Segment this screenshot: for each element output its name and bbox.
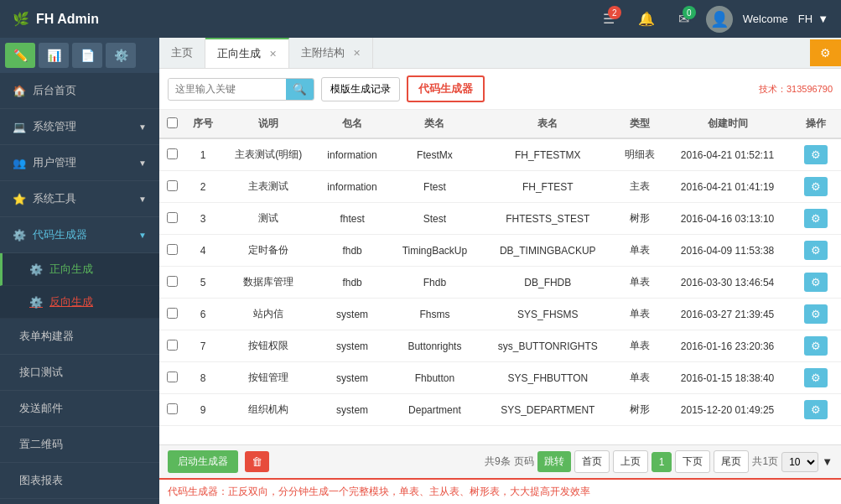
tab-forward-gen[interactable]: 正向生成 ✕ [205, 38, 289, 68]
row-settings-btn[interactable]: ⚙ [804, 177, 828, 196]
tab-close-icon[interactable]: ✕ [269, 49, 277, 60]
row-settings-btn[interactable]: ⚙ [804, 336, 828, 356]
tab-label: 主页 [171, 45, 193, 60]
select-all-checkbox[interactable] [167, 117, 178, 128]
sidebar-tool-page[interactable]: 📄 [72, 43, 102, 68]
row-settings-btn[interactable]: ⚙ [804, 400, 828, 419]
sidebar-item-map[interactable]: 地图工具 [0, 499, 159, 504]
row-checkbox[interactable] [167, 308, 178, 319]
cell-pkg: fhdb [315, 267, 388, 299]
row-checkbox[interactable] [167, 212, 178, 223]
row-checkbox[interactable] [167, 340, 178, 351]
cell-desc: 主表测试 [221, 171, 315, 203]
messages-badge: 2 [608, 6, 621, 19]
avatar[interactable]: 👤 [706, 6, 733, 33]
sidebar-item-formbuilder[interactable]: 表单构建器 [0, 319, 159, 355]
sidebar-item-apitest[interactable]: 接口测试 [0, 355, 159, 391]
cell-pkg: fhdb [315, 235, 388, 267]
cell-created: 2016-04-09 11:53:38 [664, 235, 791, 267]
cell-created: 2015-12-20 01:49:25 [664, 394, 791, 426]
cell-type: 单表 [615, 330, 664, 362]
home-icon: 🏠 [13, 85, 26, 97]
sidebar-item-codegen[interactable]: ⚙️ 代码生成器 ▼ [0, 217, 159, 253]
tabs-bar: 主页 正向生成 ✕ 主附结构 ✕ ⚙ [159, 38, 841, 69]
tab-label: 主附结构 [301, 45, 345, 60]
tab-settings-btn[interactable]: ⚙ [810, 39, 841, 66]
cell-cls: Fhsms [389, 299, 480, 330]
table-row: 9 组织机构 system Department SYS_DEPARTMENT … [159, 394, 841, 426]
sidebar-item-home[interactable]: 🏠 后台首页 [0, 73, 159, 109]
table-row: 4 定时备份 fhdb TimingBackUp DB_TIMINGBACKUP… [159, 235, 841, 267]
sidebar-item-label: 图表报表 [19, 473, 63, 488]
row-settings-btn[interactable]: ⚙ [804, 145, 828, 164]
row-checkbox[interactable] [167, 403, 178, 414]
sidebar-item-label: 置二维码 [19, 437, 63, 452]
page-size-select[interactable]: 10 20 50 [781, 452, 818, 472]
cell-pkg: system [315, 299, 388, 330]
gear-small-icon: ⚙️ [29, 296, 43, 309]
cell-desc: 站内信 [221, 299, 315, 330]
messages-btn[interactable]: ☰ 2 [596, 8, 621, 30]
row-settings-btn[interactable]: ⚙ [804, 304, 828, 324]
prev-page-btn[interactable]: 上页 [613, 450, 648, 473]
code-gen-tab-btn[interactable]: 代码生成器 [407, 75, 485, 102]
jump-btn[interactable]: 跳转 [537, 451, 571, 472]
mail-btn[interactable]: ✉ 0 [672, 8, 696, 30]
sidebar-item-charts[interactable]: 图表报表 [0, 463, 159, 499]
search-input[interactable] [169, 79, 286, 99]
row-settings-btn[interactable]: ⚙ [804, 273, 828, 292]
sidebar-item-qrcode[interactable]: 置二维码 [0, 427, 159, 463]
cell-num: 6 [184, 299, 221, 330]
current-page-btn[interactable]: 1 [652, 452, 672, 472]
total-pages: 共1页 [752, 455, 778, 469]
table-row: 6 站内信 system Fhsms SYS_FHSMS 单表 2016-03-… [159, 299, 841, 330]
row-settings-btn[interactable]: ⚙ [804, 241, 828, 260]
gear-icon: ⚙️ [13, 229, 26, 242]
cell-desc: 按钮管理 [221, 362, 315, 394]
chevron-down-icon: ▼ [138, 231, 147, 240]
next-page-btn[interactable]: 下页 [675, 450, 710, 473]
search-button[interactable]: 🔍 [286, 79, 314, 100]
sidebar-tool-settings[interactable]: ⚙️ [106, 43, 136, 68]
table-row: 8 按钮管理 system Fhbutton SYS_FHBUTTON 单表 2… [159, 362, 841, 394]
col-num: 序号 [184, 110, 221, 138]
last-page-btn[interactable]: 尾页 [714, 450, 749, 473]
tab-home[interactable]: 主页 [159, 38, 205, 68]
total-count: 共9条 [485, 455, 511, 469]
sidebar-item-users[interactable]: 👥 用户管理 ▼ [0, 145, 159, 181]
sidebar-item-systools[interactable]: ⭐ 系统工具 ▼ [0, 181, 159, 217]
start-gen-btn[interactable]: 启动生成器 [168, 450, 238, 473]
first-page-btn[interactable]: 首页 [574, 450, 610, 473]
sidebar-tool-edit[interactable]: ✏️ [5, 43, 35, 68]
module-record-btn[interactable]: 模版生成记录 [321, 77, 400, 101]
cell-cls: Ftest [389, 171, 480, 203]
header-right: ☰ 2 🔔 ✉ 0 👤 Welcome FH ▼ [596, 6, 828, 33]
cell-desc: 组织机构 [221, 394, 315, 426]
sidebar-item-forward-gen[interactable]: ⚙️ 正向生成 [0, 253, 159, 286]
row-settings-btn[interactable]: ⚙ [804, 209, 828, 228]
star-icon: ⭐ [13, 193, 26, 205]
notifications-btn[interactable]: 🔔 [631, 8, 662, 30]
row-checkbox[interactable] [167, 372, 178, 382]
sidebar-item-label: 表单构建器 [19, 329, 74, 344]
sidebar-menu: 🏠 后台首页 💻 系统管理 ▼ 👥 用户管理 ▼ ⭐ 系统工具 ▼ ⚙️ 代码生… [0, 73, 159, 504]
row-settings-btn[interactable]: ⚙ [804, 368, 828, 387]
sidebar-item-label: 用户管理 [33, 155, 76, 170]
sidebar-tool-chart[interactable]: 📊 [39, 43, 69, 68]
row-checkbox[interactable] [167, 180, 178, 191]
sidebar-item-label: 发送邮件 [19, 401, 63, 416]
delete-btn[interactable]: 🗑 [245, 451, 269, 472]
row-checkbox[interactable] [167, 148, 178, 159]
data-table: 序号 说明 包名 类名 表名 类型 创建时间 操作 1 主表测试(明细) inf… [159, 110, 841, 426]
user-info[interactable]: Welcome FH ▼ [743, 13, 828, 25]
gear-small-icon: ⚙️ [29, 263, 43, 276]
sidebar-item-system[interactable]: 💻 系统管理 ▼ [0, 109, 159, 145]
sidebar-item-reverse-gen[interactable]: ⚙️ 反向生成 [0, 286, 159, 319]
tab-master-sub[interactable]: 主附结构 ✕ [289, 38, 373, 68]
sidebar: ✏️ 📊 📄 ⚙️ 🏠 后台首页 💻 系统管理 ▼ 👥 用户管理 ▼ ⭐ 系 [0, 38, 159, 504]
sidebar-item-sendmail[interactable]: 发送邮件 [0, 391, 159, 427]
tab-close-icon[interactable]: ✕ [353, 48, 361, 59]
username: FH [798, 13, 812, 25]
row-checkbox[interactable] [167, 276, 178, 287]
row-checkbox[interactable] [167, 244, 178, 255]
